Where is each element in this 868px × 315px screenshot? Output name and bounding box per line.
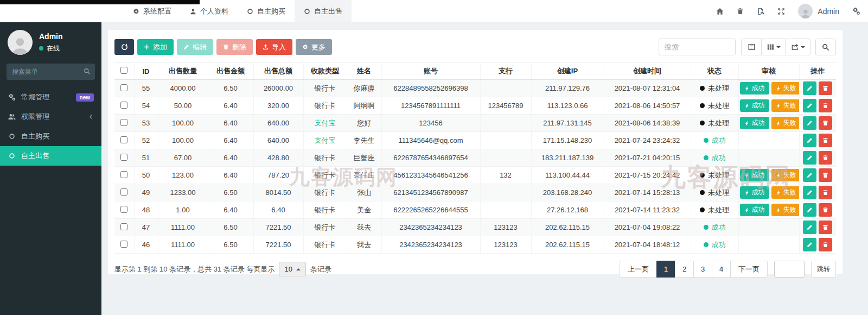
prev-page-button[interactable]: 上一页 [620, 261, 657, 278]
row-checkbox[interactable] [120, 188, 127, 196]
audit-fail-button[interactable]: 失败 [771, 117, 800, 129]
row-edit-button[interactable] [803, 99, 816, 112]
audit-success-button[interactable]: 成功 [740, 82, 769, 94]
user-menu[interactable]: Admin [798, 4, 839, 18]
column-header[interactable]: 出售金额 [208, 63, 253, 80]
fullscreen-icon[interactable] [777, 8, 785, 15]
detail-view-button[interactable] [741, 39, 762, 55]
trash-icon[interactable] [737, 8, 744, 15]
row-edit-button[interactable] [803, 203, 816, 217]
sidebar-item-general[interactable]: 常规管理 new [0, 87, 101, 107]
row-delete-button[interactable] [819, 151, 832, 165]
column-header[interactable]: 操作 [799, 63, 836, 80]
audit-fail-button[interactable]: 失败 [771, 204, 800, 216]
row-edit-button[interactable] [803, 238, 816, 251]
row-edit-button[interactable] [803, 151, 816, 165]
row-checkbox[interactable] [120, 154, 127, 161]
page-button-1[interactable]: 1 [656, 261, 675, 278]
row-delete-button[interactable] [819, 220, 832, 234]
column-header[interactable]: 账号 [381, 63, 480, 80]
cell-created: 2021-07-21 04:20:15 [604, 149, 691, 167]
cell-pay-type: 银行卡 [303, 184, 347, 201]
delete-button[interactable]: 删除 [216, 39, 253, 55]
row-edit-button[interactable] [803, 220, 816, 234]
row-checkbox[interactable] [120, 171, 127, 178]
audit-success-button[interactable]: 成功 [740, 117, 769, 129]
import-button[interactable]: 导入 [256, 39, 292, 55]
audit-fail-button[interactable]: 失败 [771, 186, 800, 199]
search-button[interactable] [815, 39, 836, 55]
column-header[interactable]: 创建IP [531, 63, 604, 80]
row-delete-button[interactable] [819, 99, 832, 112]
row-checkbox[interactable] [120, 136, 127, 143]
menu-search-input[interactable] [7, 64, 95, 80]
row-delete-button[interactable] [819, 238, 832, 251]
cell-branch: 123123 [480, 219, 531, 236]
row-edit-button[interactable] [803, 134, 816, 147]
page-button-4[interactable]: 4 [712, 261, 731, 278]
tab-self-buy[interactable]: 自主购买 [238, 0, 295, 22]
avatar[interactable] [8, 30, 33, 55]
cell-created: 2021-08-06 14:50:57 [604, 97, 691, 115]
cell-status: 未处理 [691, 167, 738, 184]
row-checkbox[interactable] [120, 102, 127, 109]
column-header[interactable]: 状态 [691, 63, 738, 80]
column-header[interactable]: 出售总额 [253, 63, 303, 80]
page-size-select[interactable]: 10 [279, 262, 305, 276]
audit-fail-button[interactable]: 失败 [771, 169, 800, 181]
column-header[interactable]: 收款类型 [303, 63, 347, 80]
audit-success-button[interactable]: 成功 [740, 204, 769, 216]
row-delete-button[interactable] [819, 186, 832, 199]
cell-account: 2342365234234123 [381, 219, 480, 236]
columns-button[interactable] [761, 39, 786, 55]
page-button-2[interactable]: 2 [675, 261, 694, 278]
jump-button[interactable]: 跳转 [811, 261, 836, 278]
more-button[interactable]: 更多 [296, 39, 332, 55]
row-delete-button[interactable] [819, 168, 832, 182]
row-delete-button[interactable] [819, 203, 832, 217]
audit-success-button[interactable]: 成功 [740, 186, 769, 199]
column-header[interactable]: 出售数量 [158, 63, 208, 80]
select-all-checkbox[interactable] [120, 67, 127, 74]
status-dot-icon [704, 155, 709, 160]
sidebar-item-self-buy[interactable]: 自主购买 [0, 127, 101, 146]
row-checkbox[interactable] [120, 84, 127, 91]
row-checkbox[interactable] [120, 241, 127, 248]
page-button-3[interactable]: 3 [693, 261, 712, 278]
sidebar-item-self-sell[interactable]: 自主出售 [0, 146, 101, 166]
tab-self-sell[interactable]: 自主出售 [295, 0, 352, 22]
jump-page-input[interactable] [774, 261, 805, 278]
row-checkbox[interactable] [120, 206, 127, 213]
row-delete-button[interactable] [819, 116, 832, 130]
row-edit-button[interactable] [803, 116, 816, 130]
row-checkbox[interactable] [120, 119, 127, 126]
next-page-button[interactable]: 下一页 [730, 261, 768, 278]
add-button[interactable]: 添加 [137, 39, 174, 55]
refresh-button[interactable] [114, 39, 134, 55]
clear-cache-icon[interactable] [757, 8, 764, 15]
table-search-input[interactable] [659, 39, 736, 55]
bolt-icon [776, 86, 781, 91]
sidebar-item-auth[interactable]: 权限管理 [0, 107, 101, 127]
column-header[interactable]: 创建时间 [604, 63, 691, 80]
audit-fail-button[interactable]: 失败 [771, 82, 800, 94]
export-button[interactable] [786, 39, 810, 55]
audit-success-button[interactable]: 成功 [740, 169, 769, 181]
row-delete-button[interactable] [819, 134, 832, 147]
column-header[interactable]: 审核 [738, 63, 799, 80]
home-icon[interactable] [716, 8, 724, 15]
row-checkbox[interactable] [120, 223, 127, 230]
audit-success-button[interactable]: 成功 [740, 99, 769, 112]
status-badge: 未处理 [700, 118, 729, 128]
row-edit-button[interactable] [803, 186, 816, 199]
audit-fail-button[interactable]: 失败 [771, 99, 800, 112]
edit-button[interactable]: 编辑 [177, 39, 213, 55]
gears-icon[interactable] [852, 7, 860, 15]
trash-icon [822, 120, 828, 126]
row-edit-button[interactable] [803, 81, 816, 95]
column-header[interactable]: 姓名 [347, 63, 381, 80]
column-header[interactable]: ID [134, 63, 158, 80]
row-edit-button[interactable] [803, 168, 816, 182]
column-header[interactable]: 支行 [480, 63, 531, 80]
row-delete-button[interactable] [819, 81, 832, 95]
